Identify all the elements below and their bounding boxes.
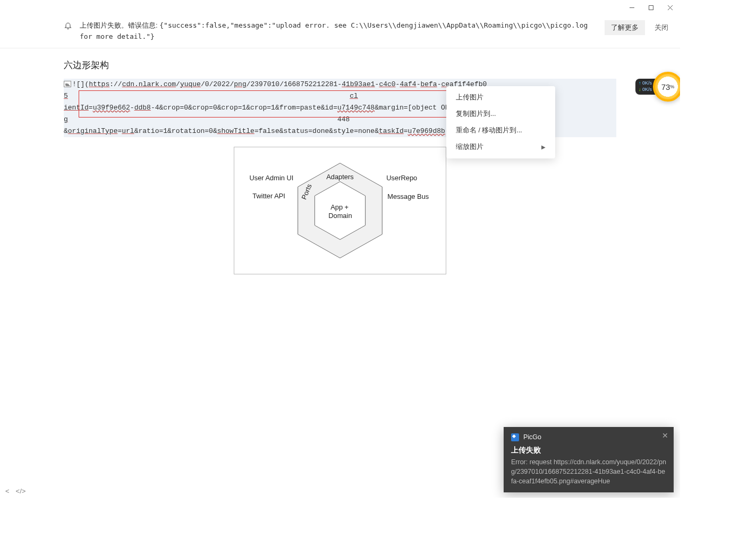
close-notification-button[interactable]: 关闭 [650, 20, 673, 35]
label-app2: Domain [328, 212, 352, 220]
toast-title: 上传失败 [511, 446, 666, 455]
label-adapters: Adapters [326, 173, 354, 181]
picgo-icon [511, 433, 519, 441]
notification-text: 上传图片失败。错误信息: {"success":false,"message":… [80, 20, 597, 43]
toast-body: Error: request https://cdn.nlark.com/yuq… [511, 457, 666, 486]
bottom-bar: < </> [0, 484, 26, 498]
window-titlebar [0, 0, 680, 15]
context-menu: 上传图片 复制图片到... 重命名 / 移动图片到... 缩放图片▶ [446, 86, 555, 158]
network-widget[interactable]: ↑ 0K/s ↓ 0K/s 73% [635, 72, 680, 102]
ctx-upload-image[interactable]: 上传图片 [446, 89, 555, 106]
label-msgbus: Message Bus [387, 192, 429, 200]
toast-app-name: PicGo [523, 433, 541, 441]
label-userrepo: UserRepo [386, 174, 417, 182]
label-twitter: Twitter API [252, 192, 285, 200]
maximize-button[interactable] [647, 4, 655, 11]
chevron-right-icon: ▶ [541, 144, 546, 150]
minimize-button[interactable] [628, 4, 635, 11]
bell-icon [64, 21, 72, 30]
net-percent: 73% [653, 72, 680, 102]
ctx-rename-move[interactable]: 重命名 / 移动图片到... [446, 122, 555, 139]
net-speed: ↑ 0K/s ↓ 0K/s [635, 79, 655, 94]
notification-bar: 上传图片失败。错误信息: {"success":false,"message":… [0, 15, 680, 48]
ctx-copy-image-to[interactable]: 复制图片到... [446, 106, 555, 122]
toast-notification: ✕ PicGo 上传失败 Error: request https://cdn.… [504, 427, 674, 492]
ctx-zoom-image[interactable]: 缩放图片▶ [446, 139, 555, 155]
toast-close-button[interactable]: ✕ [662, 431, 668, 440]
close-window-button[interactable] [666, 4, 674, 11]
svg-rect-1 [649, 5, 653, 10]
hexagon-diagram: User Admin UI Twitter API Adapters Ports… [234, 147, 446, 274]
back-button[interactable]: < [5, 487, 10, 495]
doc-heading: 六边形架构 [64, 59, 616, 71]
editor-content[interactable]: 六边形架构 ![](https://cdn.nlark.com/yuque/0/… [0, 48, 680, 285]
code-button[interactable]: </> [16, 487, 26, 495]
learn-more-button[interactable]: 了解更多 [605, 20, 645, 35]
image-icon [64, 81, 71, 87]
label-app1: App + [330, 203, 349, 211]
label-user-admin: User Admin UI [249, 174, 293, 182]
